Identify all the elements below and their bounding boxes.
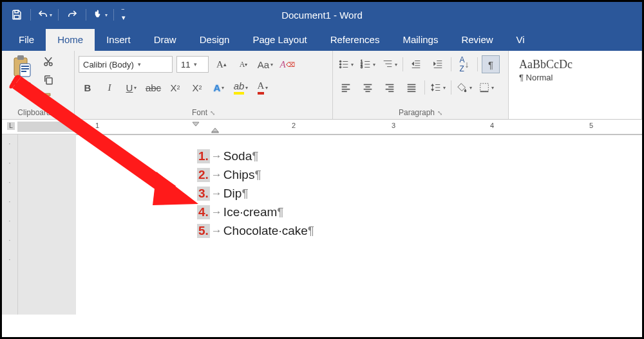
align-right-button[interactable] bbox=[381, 78, 399, 96]
italic-button[interactable]: I bbox=[100, 78, 118, 96]
qat-separator bbox=[58, 9, 59, 21]
multilevel-list-button[interactable]: ▾ bbox=[381, 55, 399, 73]
svg-point-11 bbox=[339, 60, 341, 62]
tab-selector[interactable]: L bbox=[7, 122, 15, 130]
qat-separator bbox=[86, 9, 86, 21]
group-label-clipboard: Clipboard⤡ bbox=[2, 108, 74, 117]
svg-rect-56 bbox=[212, 132, 218, 133]
borders-button[interactable]: ▾ bbox=[477, 78, 495, 96]
tab-home[interactable]: Home bbox=[46, 29, 95, 51]
group-label-paragraph: Paragraph⤡ bbox=[333, 108, 508, 117]
group-clipboard: Paste ▾ Clipboard⤡ bbox=[2, 51, 75, 119]
svg-text:3: 3 bbox=[361, 65, 363, 69]
list-item: 1.→Soda¶ bbox=[197, 147, 642, 165]
show-paragraph-marks-button[interactable]: ¶ bbox=[482, 55, 500, 73]
tab-insert[interactable]: Insert bbox=[95, 29, 142, 51]
align-left-button[interactable] bbox=[337, 78, 355, 96]
style-preview: AaBbCcDc bbox=[513, 53, 638, 73]
increase-indent-button[interactable] bbox=[429, 55, 447, 73]
customize-qat-button[interactable]: ‾▾ bbox=[118, 5, 129, 24]
font-name-combo[interactable]: Calibri (Body)▾ bbox=[79, 56, 173, 73]
tab-file[interactable]: File bbox=[7, 29, 46, 51]
svg-rect-10 bbox=[46, 78, 52, 84]
tab-design[interactable]: Design bbox=[188, 29, 242, 51]
group-label-font: Font⤡ bbox=[75, 108, 332, 117]
superscript-button[interactable]: X2 bbox=[188, 78, 206, 96]
group-paragraph: ▾ 123▾ ▾ AZ↓ ¶ ▾ ▾ ▾ Paragraph⤡ bbox=[333, 51, 509, 119]
font-color-button[interactable]: A▾ bbox=[254, 78, 272, 96]
shading-button[interactable]: ▾ bbox=[455, 78, 473, 96]
vertical-ruler[interactable]: ······· bbox=[2, 134, 18, 315]
style-name: ¶ Normal bbox=[513, 73, 638, 82]
cut-button[interactable] bbox=[37, 54, 60, 70]
subscript-button[interactable]: X2 bbox=[166, 78, 184, 96]
highlight-button[interactable]: ab▾ bbox=[232, 78, 250, 96]
list-item: 3.→Dip¶ bbox=[197, 184, 642, 203]
page-margin bbox=[18, 134, 76, 315]
svg-point-15 bbox=[339, 66, 341, 68]
list-item: 4.→Ice·cream¶ bbox=[197, 203, 642, 221]
svg-rect-54 bbox=[480, 84, 489, 92]
ribbon-tabs: File Home Insert Draw Design Page Layout… bbox=[2, 28, 642, 51]
bold-button[interactable]: B bbox=[79, 78, 97, 96]
tab-draw[interactable]: Draw bbox=[142, 29, 188, 51]
change-case-button[interactable]: Aa▾ bbox=[256, 55, 274, 73]
document-page[interactable]: 1.→Soda¶ 2.→Chips¶ 3.→Dip¶ 4.→Ice·cream¶… bbox=[76, 134, 642, 315]
tab-mailings[interactable]: Mailings bbox=[391, 29, 450, 51]
tab-references[interactable]: References bbox=[319, 29, 392, 51]
sort-button[interactable]: AZ↓ bbox=[455, 55, 473, 73]
grow-font-button[interactable]: A▴ bbox=[213, 55, 231, 73]
clear-formatting-button[interactable]: A⌫ bbox=[278, 55, 296, 73]
svg-rect-6 bbox=[21, 68, 29, 69]
svg-rect-3 bbox=[17, 55, 24, 60]
align-center-button[interactable] bbox=[359, 78, 377, 96]
tab-review[interactable]: Review bbox=[450, 29, 504, 51]
touch-mode-button[interactable]: ▾ bbox=[90, 5, 109, 24]
bullets-button[interactable]: ▾ bbox=[337, 55, 355, 73]
save-icon[interactable] bbox=[7, 5, 26, 24]
svg-point-13 bbox=[339, 64, 341, 66]
underline-button[interactable]: U▾ bbox=[122, 78, 140, 96]
indent-marker-hanging[interactable] bbox=[211, 125, 223, 133]
group-styles[interactable]: AaBbCcDc ¶ Normal bbox=[509, 51, 642, 119]
indent-marker-first-line[interactable] bbox=[191, 121, 204, 133]
undo-button[interactable]: ▾ bbox=[35, 5, 54, 24]
redo-button[interactable] bbox=[62, 5, 82, 24]
justify-button[interactable] bbox=[402, 78, 421, 96]
svg-rect-7 bbox=[21, 71, 26, 72]
paste-button[interactable]: Paste ▾ bbox=[6, 53, 37, 107]
svg-rect-0 bbox=[15, 10, 18, 13]
strikethrough-button[interactable]: abc bbox=[144, 78, 162, 96]
horizontal-ruler[interactable]: L 1 2 3 4 5 bbox=[2, 120, 642, 134]
svg-rect-5 bbox=[21, 66, 29, 67]
font-size-combo[interactable]: 11▾ bbox=[176, 56, 209, 73]
tab-view-partial[interactable]: Vi bbox=[505, 29, 536, 51]
copy-button[interactable] bbox=[37, 72, 60, 88]
format-painter-button[interactable] bbox=[37, 89, 60, 105]
decrease-indent-button[interactable] bbox=[407, 55, 425, 73]
qat-separator bbox=[30, 9, 31, 21]
list-item: 5.→Chocolate·cake¶ bbox=[197, 221, 642, 240]
shrink-font-button[interactable]: A▾ bbox=[234, 55, 252, 73]
app-title: Document1 - Word bbox=[281, 10, 363, 21]
svg-rect-1 bbox=[14, 15, 19, 19]
list-item: 2.→Chips¶ bbox=[197, 165, 642, 184]
text-effects-button[interactable]: A▾ bbox=[210, 78, 228, 96]
numbering-button[interactable]: 123▾ bbox=[359, 55, 377, 73]
group-font: Calibri (Body)▾ 11▾ A▴ A▾ Aa▾ A⌫ B I U▾ … bbox=[75, 51, 333, 119]
qat-separator bbox=[113, 9, 114, 21]
paste-label: Paste bbox=[12, 80, 32, 89]
tab-page-layout[interactable]: Page Layout bbox=[241, 29, 318, 51]
ribbon: Paste ▾ Clipboard⤡ Calibri (Body)▾ 11▾ A… bbox=[2, 51, 642, 120]
line-spacing-button[interactable]: ▾ bbox=[429, 78, 447, 96]
